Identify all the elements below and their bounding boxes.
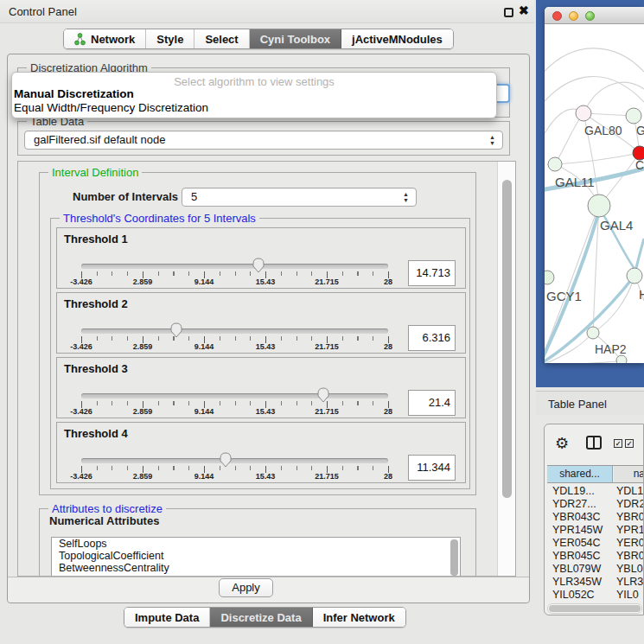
network-view-frame: GAL80 G C GAL11 GAL4 GCY1 H HAP2 bbox=[536, 0, 644, 387]
table-row[interactable]: YBL079WYBL0 bbox=[547, 563, 644, 576]
table-row[interactable]: YDR27...YDR2 bbox=[547, 498, 644, 511]
columns-icon[interactable] bbox=[586, 436, 602, 450]
threshold-1-box: Threshold 1 -3.4262.8599.14415.4321.7152… bbox=[56, 227, 466, 289]
interval-definition-title: Interval Definition bbox=[48, 166, 142, 179]
network-icon bbox=[74, 33, 86, 46]
float-window-icon[interactable] bbox=[504, 8, 513, 17]
slider-scale: -3.4262.8599.14415.4321.71528 bbox=[81, 472, 388, 482]
tab-discretize-data[interactable]: Discretize Data bbox=[210, 608, 312, 627]
node[interactable] bbox=[616, 355, 627, 363]
list-item[interactable]: BetweennessCentrality bbox=[52, 562, 460, 574]
top-tab-bar: Network Style Select Cyni Toolbox jActiv… bbox=[63, 29, 454, 49]
number-of-intervals-label: Number of Intervals bbox=[73, 190, 178, 203]
network-canvas[interactable]: GAL80 G C GAL11 GAL4 GCY1 H HAP2 bbox=[545, 24, 644, 363]
combo-arrows-icon: ▲▼ bbox=[488, 134, 496, 148]
thresholds-group: Threshold's Coordinates for 5 Intervals … bbox=[50, 218, 470, 489]
node-label: C bbox=[635, 158, 644, 172]
node-label: GAL80 bbox=[584, 124, 622, 137]
popup-placeholder: Select algorithm to view settings bbox=[12, 73, 496, 87]
panel-title: Control Panel bbox=[9, 5, 77, 18]
tab-infer-network[interactable]: Infer Network bbox=[313, 608, 405, 627]
list-item[interactable]: SelfLoops bbox=[52, 538, 460, 550]
table-toolbar: ⚙ ✓ ✓ bbox=[545, 424, 644, 464]
checkbox-icon[interactable]: ✓ bbox=[625, 439, 634, 448]
node-label: G bbox=[636, 124, 644, 137]
tab-network-label: Network bbox=[91, 33, 135, 46]
threshold-2-slider[interactable] bbox=[81, 328, 388, 334]
attributes-group-title: Attributes to discretize bbox=[48, 502, 166, 515]
table-row[interactable]: YER054CYER0 bbox=[547, 537, 644, 550]
node-gal80[interactable] bbox=[576, 105, 591, 121]
column-header-name[interactable]: na bbox=[614, 466, 644, 482]
threshold-3-value[interactable]: 21.4 bbox=[408, 390, 456, 416]
node-gcy1[interactable] bbox=[545, 271, 554, 284]
node[interactable] bbox=[626, 108, 641, 124]
apply-button[interactable]: Apply bbox=[219, 578, 273, 597]
table-rows: YDL19...YDL1 YDR27...YDR2 YBR043CYBR0 YP… bbox=[547, 485, 644, 600]
node-label: GCY1 bbox=[546, 289, 582, 303]
tab-network[interactable]: Network bbox=[64, 29, 146, 48]
tab-jactivemnodules[interactable]: jActiveMNodules bbox=[341, 29, 453, 48]
node-label: GAL11 bbox=[555, 175, 595, 189]
close-icon[interactable]: ✖ bbox=[519, 3, 529, 17]
node-label: GAL4 bbox=[600, 218, 633, 233]
combo-arrows-icon: ▲▼ bbox=[402, 191, 410, 205]
tab-style[interactable]: Style bbox=[146, 29, 194, 48]
table-header: shared... na bbox=[547, 465, 644, 483]
vertical-scrollbar-thumb[interactable] bbox=[502, 180, 512, 498]
table-data-combo-value: galFiltered.sif default node bbox=[34, 133, 165, 146]
threshold-2-box: Threshold 2 -3.4262.8599.14415.4321.7152… bbox=[56, 292, 466, 354]
interval-definition-group: Interval Definition Number of Intervals … bbox=[39, 172, 476, 495]
close-traffic-light-icon[interactable] bbox=[552, 11, 562, 21]
network-window-titlebar bbox=[545, 7, 644, 24]
horizontal-scrollbar-thumb[interactable] bbox=[549, 605, 641, 612]
node-hap2[interactable] bbox=[587, 327, 599, 339]
popup-item-equal-width-frequency[interactable]: Equal Width/Frequency Discretization bbox=[12, 101, 496, 115]
horizontal-scrollbar[interactable] bbox=[547, 603, 642, 614]
threshold-4-slider[interactable] bbox=[81, 458, 388, 463]
column-header-shared-name[interactable]: shared... bbox=[547, 466, 613, 482]
table-row[interactable]: YBR043CYBR0 bbox=[547, 511, 644, 524]
vertical-scrollbar[interactable] bbox=[497, 162, 515, 576]
thresholds-group-title: Threshold's Coordinates for 5 Intervals bbox=[60, 212, 259, 225]
table-panel-title: Table Panel bbox=[548, 398, 607, 411]
gear-icon[interactable]: ⚙ bbox=[555, 434, 569, 453]
threshold-4-value[interactable]: 11.344 bbox=[408, 455, 456, 481]
numerical-attributes-list[interactable]: SelfLoops TopologicalCoefficient Between… bbox=[51, 537, 461, 577]
minimize-traffic-light-icon[interactable] bbox=[569, 11, 578, 21]
numerical-attributes-label: Numerical Attributes bbox=[49, 514, 159, 527]
list-scrollbar[interactable] bbox=[450, 539, 458, 576]
threshold-3-slider[interactable] bbox=[81, 393, 388, 399]
table-row[interactable]: YIL052CYIL0 bbox=[547, 589, 644, 600]
table-row[interactable]: YPR145WYPR1 bbox=[547, 524, 644, 537]
threshold-3-box: Threshold 3 -3.4262.8599.14415.4321.7152… bbox=[56, 357, 466, 418]
bottom-tab-bar: Impute Data Discretize Data Infer Networ… bbox=[124, 607, 406, 628]
node-gal11[interactable] bbox=[548, 157, 562, 171]
node-label: HAP2 bbox=[595, 342, 627, 356]
table-row[interactable]: YBR045CYBR0 bbox=[547, 550, 644, 563]
control-panel-titlebar bbox=[0, 0, 534, 23]
tab-impute-data[interactable]: Impute Data bbox=[124, 608, 210, 627]
slider-scale: -3.4262.8599.14415.4321.71528 bbox=[81, 407, 388, 418]
tab-cyni-toolbox[interactable]: Cyni Toolbox bbox=[250, 29, 341, 48]
settings-scroll-area: Interval Definition Number of Intervals … bbox=[17, 161, 516, 577]
threshold-1-value[interactable]: 14.713 bbox=[408, 260, 456, 286]
popup-item-manual-discretization[interactable]: Manual Discretization bbox=[12, 87, 496, 101]
slider-scale: -3.4262.8599.14415.4321.71528 bbox=[81, 342, 388, 353]
table-data-combo[interactable]: galFiltered.sif default node ▲▼ bbox=[24, 131, 503, 150]
node[interactable] bbox=[627, 268, 642, 284]
table-row[interactable]: YLR345WYLR3 bbox=[547, 576, 644, 589]
table-panel-titlebar: Table Panel bbox=[536, 391, 644, 415]
checkbox-icon[interactable]: ✓ bbox=[614, 439, 622, 448]
table-panel: ⚙ ✓ ✓ shared... na YDL19...YDL1 YDR27...… bbox=[544, 424, 644, 615]
table-row[interactable]: YDL19...YDL1 bbox=[547, 485, 644, 498]
threshold-2-value[interactable]: 6.316 bbox=[408, 325, 456, 351]
network-window[interactable]: GAL80 G C GAL11 GAL4 GCY1 H HAP2 bbox=[545, 7, 644, 363]
node-gal4[interactable] bbox=[588, 194, 610, 217]
tab-select[interactable]: Select bbox=[194, 29, 249, 48]
zoom-traffic-light-icon[interactable] bbox=[585, 11, 595, 21]
threshold-1-slider[interactable] bbox=[81, 264, 388, 269]
number-of-intervals-combo[interactable]: 5 ▲▼ bbox=[182, 188, 417, 207]
list-item[interactable]: TopologicalCoefficient bbox=[52, 550, 460, 562]
threshold-4-box: Threshold 4 -3.4262.8599.14415.4321.7152… bbox=[56, 422, 466, 483]
